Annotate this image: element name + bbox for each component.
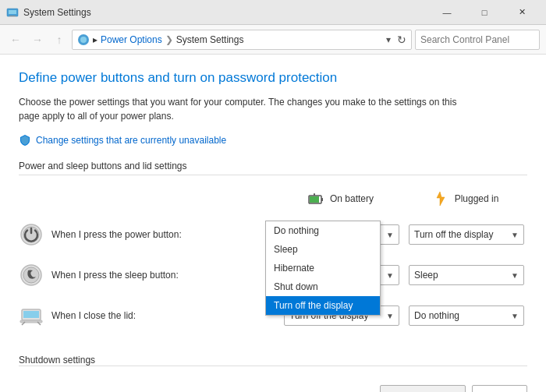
power-options-link[interactable]: Power Options (101, 34, 162, 45)
breadcrumb-separator1: ▸ (93, 34, 98, 45)
svg-rect-16 (23, 311, 39, 318)
column-header-battery: On battery (278, 183, 402, 214)
svg-rect-3 (9, 16, 16, 16)
power-button-label-cell: When I press the power button: (19, 214, 278, 255)
option-do-nothing[interactable]: Do nothing (266, 221, 380, 240)
battery-icon (307, 189, 325, 208)
dropdown-arrow-4: ▼ (511, 271, 519, 280)
content-area: Define power buttons and turn on passwor… (0, 55, 546, 392)
svg-rect-8 (310, 196, 319, 203)
title-bar: System Settings — □ ✕ (0, 0, 546, 25)
shield-icon (19, 134, 31, 147)
svg-point-5 (80, 37, 87, 43)
dropdown-arrow-5: ▼ (386, 312, 394, 320)
sleep-button-label-cell: When I press the sleep button: (19, 255, 278, 295)
address-bar: ← → ↑ ▸ Power Options ❯ System Settings … (0, 25, 546, 55)
breadcrumb-separator2: ❯ (165, 34, 173, 45)
shutdown-section: Shutdown settings (19, 351, 527, 366)
section-label: Power and sleep buttons and lid settings (19, 161, 527, 175)
lid-plugged-value: Do nothing (414, 310, 459, 321)
lid-plugged-cell: Do nothing ▼ (402, 295, 527, 336)
refresh-button[interactable]: ↻ (397, 34, 406, 46)
dropdown-arrow-6: ▼ (511, 312, 519, 320)
power-button-plugged-value: Turn off the display (414, 229, 493, 240)
sleep-button-label: When I press the sleep button: (51, 270, 179, 281)
power-button-label: When I press the power button: (51, 229, 182, 240)
page-title: Define power buttons and turn on passwor… (19, 70, 527, 86)
power-button-plugged-dropdown[interactable]: Turn off the display ▼ (409, 224, 524, 245)
breadcrumb: ▸ Power Options ❯ System Settings ▾ ↻ (72, 30, 412, 50)
option-shut-down[interactable]: Shut down (266, 277, 380, 296)
sleep-button-plugged-value: Sleep (414, 270, 438, 281)
sleep-button-plugged-cell: Sleep ▼ (402, 255, 527, 295)
svg-rect-1 (9, 10, 16, 14)
svg-rect-7 (321, 198, 323, 201)
maximize-button[interactable]: □ (466, 0, 502, 25)
column-header-plugged: Plugged in (402, 183, 527, 214)
lid-label-cell: When I close the lid: (19, 295, 278, 336)
lid-label: When I close the lid: (51, 310, 136, 321)
lid-plugged-dropdown[interactable]: Do nothing ▼ (409, 305, 524, 326)
breadcrumb-current: System Settings (176, 34, 244, 45)
option-hibernate[interactable]: Hibernate (266, 259, 380, 277)
option-turn-off-display[interactable]: Turn off the display (266, 296, 380, 315)
dropdown-arrow-2: ▼ (511, 231, 519, 239)
window-title: System Settings (23, 7, 429, 18)
close-button[interactable]: ✕ (504, 0, 540, 25)
sleep-button-plugged-dropdown[interactable]: Sleep ▼ (409, 265, 524, 285)
forward-button[interactable]: → (28, 30, 47, 49)
settings-link-row: Change settings that are currently unava… (19, 134, 527, 147)
window-controls: — □ ✕ (429, 0, 540, 25)
lid-icon (19, 303, 44, 328)
power-button-plugged-cell: Turn off the display ▼ (402, 214, 527, 255)
save-button[interactable]: Save changes (380, 385, 466, 392)
power-button-icon (19, 222, 44, 247)
page-description: Choose the power settings that you want … (19, 95, 527, 123)
plug-icon (431, 189, 450, 208)
dropdown-arrow-3: ▼ (386, 271, 394, 280)
change-settings-link[interactable]: Change settings that are currently unava… (36, 135, 226, 146)
column-header-label (19, 183, 278, 214)
option-sleep[interactable]: Sleep (266, 240, 380, 259)
back-button[interactable]: ← (6, 30, 25, 49)
breadcrumb-dropdown-arrow[interactable]: ▾ (386, 34, 391, 45)
up-button[interactable]: ↑ (50, 30, 69, 49)
dropdown-arrow: ▼ (386, 231, 394, 239)
cancel-button[interactable]: Cancel (472, 385, 527, 392)
search-input[interactable] (415, 30, 540, 50)
svg-rect-17 (20, 320, 42, 323)
open-dropdown-menu: Do nothing Sleep Hibernate Shut down Tur… (265, 221, 381, 316)
sleep-button-icon (19, 263, 44, 288)
control-panel-icon (77, 34, 90, 46)
svg-rect-2 (10, 14, 15, 16)
footer: Save changes Cancel (19, 377, 527, 392)
minimize-button[interactable]: — (429, 0, 465, 25)
app-icon (6, 6, 19, 19)
